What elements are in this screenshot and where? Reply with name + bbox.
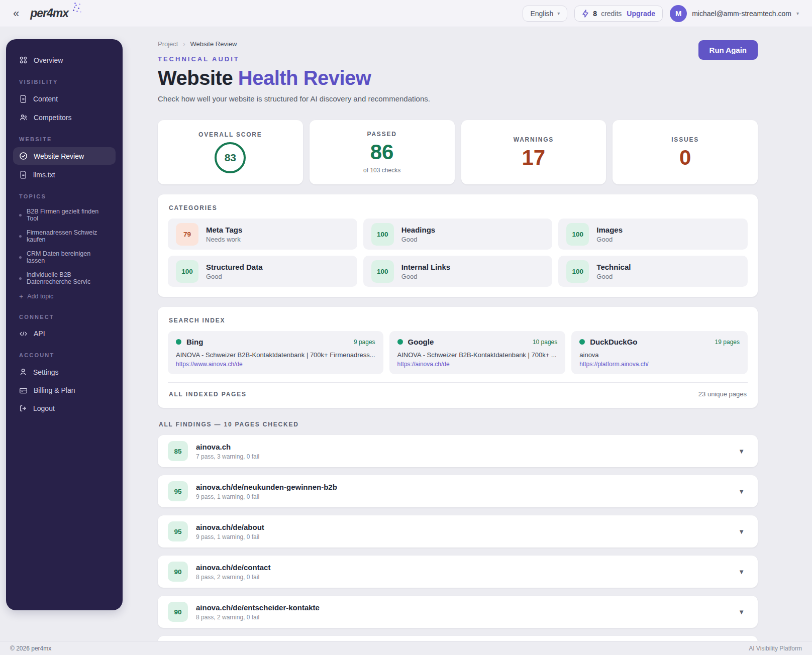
search-index-label: SEARCH INDEX: [169, 317, 748, 324]
overall-score-card: OVERALL SCORE 83: [158, 120, 303, 184]
passed-sub: of 103 checks: [363, 167, 400, 174]
credits-label: credits: [601, 10, 622, 18]
sidebar-item-content[interactable]: Content: [13, 90, 116, 107]
category-score-badge: 79: [176, 223, 198, 246]
run-again-button[interactable]: Run Again: [698, 40, 758, 60]
language-select[interactable]: English ▾: [523, 6, 567, 22]
sidebar-item-competitors[interactable]: Competitors: [13, 108, 116, 126]
engine-pages-count: 10 pages: [533, 339, 557, 346]
expand-caret-icon[interactable]: ▼: [738, 608, 745, 616]
sidebar-item-llms-txt[interactable]: llms.txt: [13, 166, 116, 183]
credit-card-icon: [19, 387, 28, 394]
sidebar-item-label: Content: [33, 95, 58, 103]
section-eyebrow: TECHNICAL AUDIT: [158, 55, 430, 63]
category-tile-technical[interactable]: 100 Technical Good: [558, 256, 748, 287]
expand-caret-icon[interactable]: ▼: [738, 488, 745, 495]
category-status: Good: [596, 236, 623, 243]
engine-result-url[interactable]: https://platform.ainova.ch/: [579, 361, 740, 368]
score-label: WARNINGS: [514, 136, 554, 143]
all-indexed-pages-row[interactable]: ALL INDEXED PAGES 23 unique pages: [168, 382, 748, 398]
engine-result-title: ainova: [579, 351, 740, 359]
finding-score-badge: 90: [168, 562, 188, 582]
category-tile-images[interactable]: 100 Images Good: [558, 219, 748, 250]
finding-row[interactable]: 95 ainova.ch/de/neukunden-gewinnen-b2b 9…: [158, 475, 758, 507]
topic-label: CRM Daten bereinigen lassen: [27, 250, 110, 264]
category-tile-internal-links[interactable]: 100 Internal Links Good: [363, 256, 553, 287]
sidebar-item-billing[interactable]: Billing & Plan: [13, 382, 116, 399]
sidebar-topic-item[interactable]: Firmenadressen Schweiz kaufen: [13, 226, 116, 247]
add-topic-button[interactable]: + Add topic: [13, 289, 116, 304]
page-title: Website Health Review: [158, 67, 430, 89]
all-indexed-pages-label: ALL INDEXED PAGES: [169, 391, 247, 398]
sidebar-item-settings[interactable]: Settings: [13, 363, 116, 381]
language-label: English: [530, 10, 553, 18]
sidebar-section-topics: Topics: [19, 193, 110, 199]
sidebar-section-visibility: Visibility: [19, 79, 110, 85]
sidebar-item-overview[interactable]: Overview: [13, 51, 116, 69]
score-cards: OVERALL SCORE 83 PASSED 86 of 103 checks…: [158, 120, 758, 184]
finding-sub: 9 pass, 1 warning, 0 fail: [196, 533, 264, 540]
user-menu[interactable]: M michael@amm-streamtech.com ▾: [670, 5, 799, 22]
chevron-down-icon: ▾: [796, 11, 799, 16]
finding-title: ainova.ch/de/neukunden-gewinnen-b2b: [196, 483, 337, 491]
engine-tile-bing[interactable]: Bing 9 pages AINOVA - Schweizer B2B-Kont…: [168, 331, 383, 374]
logo-sparkle-icon: [74, 7, 75, 8]
status-dot-icon: [397, 339, 403, 345]
sidebar-topic-item[interactable]: B2B Firmen gezielt finden Tool: [13, 204, 116, 226]
finding-row[interactable]: 95 ainova.ch/de/about 9 pass, 1 warning,…: [158, 515, 758, 548]
sidebar-item-api[interactable]: API: [13, 325, 116, 342]
expand-caret-icon[interactable]: ▼: [738, 528, 745, 535]
topic-label: individuelle B2B Datenrecherche Servic: [27, 271, 110, 285]
category-status: Good: [401, 236, 436, 243]
finding-score-badge: 85: [168, 441, 188, 461]
engine-result-url[interactable]: https://ainova.ch/de: [397, 361, 558, 368]
engine-name: DuckDuckGo: [590, 338, 637, 346]
unique-pages-count: 23 unique pages: [698, 390, 747, 398]
finding-row[interactable]: 85 ainova.ch 7 pass, 3 warning, 0 fail ▼: [158, 435, 758, 467]
engine-result-url[interactable]: https://www.ainova.ch/de: [176, 361, 375, 368]
category-tile-meta-tags[interactable]: 79 Meta Tags Needs work: [168, 219, 357, 250]
sidebar-item-website-review[interactable]: Website Review: [13, 147, 116, 165]
sidebar-item-label: Website Review: [34, 152, 84, 160]
engine-name: Google: [408, 338, 434, 346]
score-ring: 83: [215, 142, 246, 173]
lightning-bolt-icon: [582, 10, 589, 18]
expand-caret-icon[interactable]: ▼: [738, 448, 745, 455]
category-tile-headings[interactable]: 100 Headings Good: [363, 219, 553, 250]
category-score-badge: 100: [176, 260, 198, 283]
person-icon: [19, 368, 27, 376]
finding-sub: 8 pass, 2 warning, 0 fail: [196, 614, 320, 621]
categories-label: CATEGORIES: [169, 204, 748, 211]
bullet-dot-icon: [19, 235, 22, 238]
sidebar-section-account: Account: [19, 352, 110, 358]
engine-tile-duckduckgo[interactable]: DuckDuckGo 19 pages ainova https://platf…: [571, 331, 748, 374]
sidebar-item-label: llms.txt: [33, 171, 55, 179]
status-dot-icon: [579, 339, 585, 345]
users-icon: [19, 113, 28, 122]
category-score-badge: 100: [566, 223, 589, 246]
category-tile-structured-data[interactable]: 100 Structured Data Good: [168, 256, 357, 287]
chevron-right-icon: ›: [183, 41, 185, 48]
engine-tile-google[interactable]: Google 10 pages AINOVA - Schweizer B2B-K…: [389, 331, 566, 374]
sidebar-topic-item[interactable]: CRM Daten bereinigen lassen: [13, 247, 116, 268]
warnings-value: 17: [522, 147, 546, 168]
sidebar-collapse-button[interactable]: «: [10, 7, 22, 20]
finding-row[interactable]: 90 ainova.ch/de/entscheider-kontakte 8 p…: [158, 596, 758, 628]
chevrons-left-icon: «: [13, 7, 19, 20]
expand-caret-icon[interactable]: ▼: [738, 568, 745, 576]
credits-pill[interactable]: 8 credits Upgrade: [574, 6, 663, 22]
categories-panel: CATEGORIES 79 Meta Tags Needs work 100 H…: [158, 194, 758, 297]
add-topic-label: Add topic: [27, 293, 53, 300]
sidebar-item-label: API: [34, 330, 45, 338]
finding-row[interactable]: 90 ainova.ch/de/contact 8 pass, 2 warnin…: [158, 556, 758, 588]
category-name: Technical: [596, 263, 631, 271]
sidebar-item-logout[interactable]: Logout: [13, 400, 116, 417]
score-label: PASSED: [367, 131, 396, 138]
category-status: Good: [596, 273, 631, 280]
breadcrumb-project[interactable]: Project: [158, 40, 178, 48]
footer-copyright: © 2026 per4mx: [10, 645, 51, 652]
main-content: Project › Website Review TECHNICAL AUDIT…: [158, 27, 758, 655]
upgrade-link[interactable]: Upgrade: [627, 10, 655, 18]
sidebar-topic-item[interactable]: individuelle B2B Datenrecherche Servic: [13, 268, 116, 289]
sidebar-item-label: Settings: [33, 368, 59, 376]
